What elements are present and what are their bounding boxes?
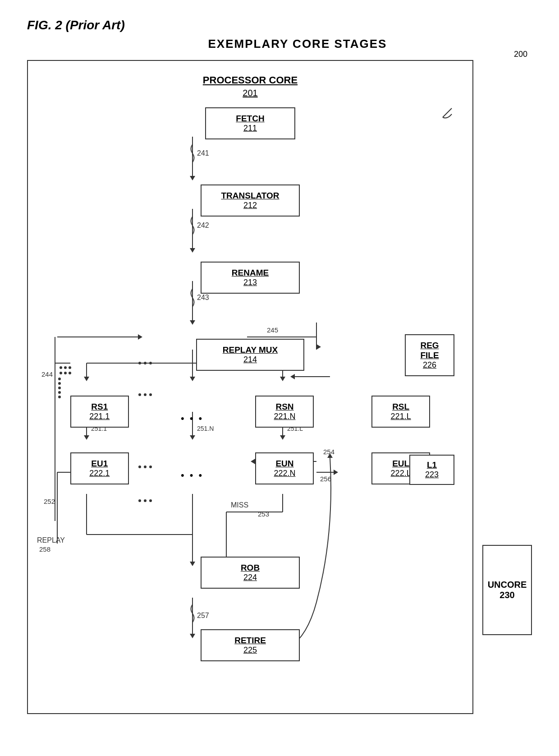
rsn-label: RSN: [261, 402, 308, 412]
rs-row: RS1 221.1 • • • RSN 221.N RSL: [41, 396, 459, 428]
replay-mux-block: REPLAY MUX 214: [196, 339, 304, 371]
main-container: PROCESSOR CORE 201 241 242: [27, 60, 532, 714]
dots-eu: • • •: [181, 470, 203, 481]
eun-label: EUN: [261, 459, 308, 469]
rob-label: ROB: [206, 563, 294, 573]
page: FIG. 2 (Prior Art) EXEMPLARY CORE STAGES…: [0, 0, 559, 756]
rs1-label: RS1: [76, 402, 124, 412]
eun-num: 222.N: [261, 469, 308, 478]
retire-num: 225: [206, 645, 294, 655]
ref-200: 200: [514, 50, 527, 59]
eu1-block: EU1 222.1: [70, 452, 129, 484]
dots-rs: • • •: [181, 413, 203, 424]
reg-file-block: REG FILE 226: [405, 334, 454, 376]
reg-file-label: REG FILE: [410, 341, 449, 360]
fetch-block: FETCH 211: [205, 107, 295, 139]
l1-block: L1 223: [409, 455, 454, 485]
eu-row: EU1 222.1 • • • EUN 222.N EUL: [41, 452, 459, 484]
fig-label: FIG. 2 (Prior Art): [27, 18, 532, 32]
translator-label: TRANSLATOR: [206, 191, 294, 201]
uncore-label: UNCORE: [488, 580, 527, 590]
rs1-num: 221.1: [76, 412, 124, 421]
reg-file-num: 226: [410, 360, 449, 370]
diagram-title: EXEMPLARY CORE STAGES: [63, 37, 532, 51]
rename-num: 213: [206, 278, 294, 287]
rs1-block: RS1 221.1: [70, 396, 129, 428]
translator-block: TRANSLATOR 212: [201, 184, 300, 217]
retire-block: RETIRE 225: [201, 629, 300, 661]
rsl-block: RSL 221.L: [371, 396, 430, 428]
rsl-num: 221.L: [377, 412, 425, 421]
retire-label: RETIRE: [206, 636, 294, 645]
eu1-num: 222.1: [76, 469, 124, 478]
uncore-box: UNCORE 230: [482, 545, 532, 635]
rename-block: RENAME 213: [201, 262, 300, 294]
processor-core-box: PROCESSOR CORE 201 241 242: [27, 60, 473, 714]
uncore-num: 230: [499, 590, 514, 600]
rsn-block: RSN 221.N: [255, 396, 314, 428]
replay-mux-num: 214: [202, 355, 299, 364]
rename-label: RENAME: [206, 268, 294, 278]
fetch-label: FETCH: [211, 114, 290, 124]
eun-block: EUN 222.N: [255, 452, 314, 484]
rsl-label: RSL: [377, 402, 425, 412]
processor-core-label: PROCESSOR CORE: [41, 74, 459, 86]
rob-num: 224: [206, 573, 294, 582]
rsn-num: 221.N: [261, 412, 308, 421]
l1-num: 223: [414, 470, 450, 479]
processor-core-num: 201: [41, 88, 459, 98]
rob-block: ROB 224: [201, 557, 300, 589]
translator-num: 212: [206, 201, 294, 210]
fetch-num: 211: [211, 124, 290, 133]
l1-label: L1: [414, 460, 450, 470]
eu1-label: EU1: [76, 459, 124, 469]
replay-mux-label: REPLAY MUX: [202, 345, 299, 355]
